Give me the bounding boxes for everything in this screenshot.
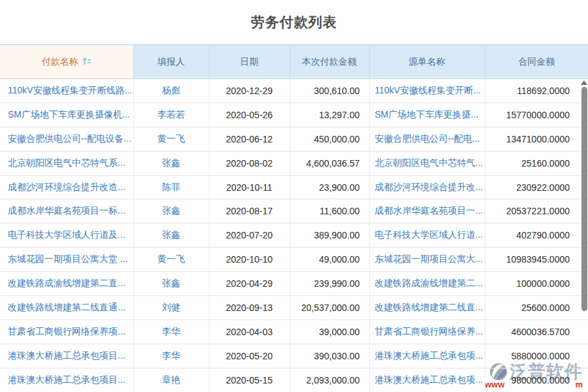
table-row: 港珠澳大桥施工总承包项目... 李华 2020-05-20 390,030.00… — [0, 344, 588, 368]
payment-amount-cell: 4,600,036.57 — [289, 151, 369, 175]
date-cell: 2020-08-17 — [209, 199, 289, 223]
date-cell: 2020-07-20 — [209, 223, 289, 248]
payment-amount-cell: 239,990.00 — [289, 272, 369, 296]
contract-amount-cell: 25160.0000 — [485, 151, 588, 175]
payment-amount-cell: 13,297.00 — [289, 103, 369, 127]
reporter-cell: 李华 — [133, 344, 209, 368]
source-name-link[interactable]: 电子科技大学区域人行道... — [375, 229, 483, 240]
table-row: 改建铁路线增建第二线直通... 刘健 2020-09-13 20,537,000… — [0, 296, 588, 320]
source-name-link[interactable]: 安徽合肥供电公司--配电... — [375, 133, 480, 144]
payment-name-link[interactable]: 安徽合肥供电公司--配电设备... — [8, 133, 131, 144]
source-name-link[interactable]: 东城花园一期项目公寓大... — [375, 253, 483, 264]
table-scrollbar[interactable] — [580, 80, 588, 392]
source-name-link[interactable]: 北京朝阳区电气中芯特气... — [375, 157, 483, 168]
payments-table: 付款名称 填报人 日期 — [0, 44, 588, 392]
contract-amount-cell: 15770000.0000 — [485, 103, 588, 127]
payment-name-link[interactable]: 东城花园一期项目公寓大堂 ... — [8, 253, 128, 264]
labor-payment-list-page: 劳务付款列表 泛普软件 www m — [0, 0, 588, 392]
payment-name-link[interactable]: SM广场地下车库更换摄像机... — [8, 109, 130, 120]
payment-amount-cell: 49,000.00 — [289, 248, 369, 272]
source-name-link[interactable]: 改建铁路成渝线增建第二... — [375, 278, 483, 288]
source-name-link[interactable]: 甘肃省工商银行网络保养... — [375, 326, 483, 336]
payment-amount-cell: 39,000.00 — [289, 319, 369, 344]
reporter-cell: 陈菲 — [133, 175, 209, 199]
table-row: 北京朝阳区电气中芯特气系... 张鑫 2020-08-02 4,600,036.… — [0, 151, 588, 175]
payment-amount-cell: 389,900.00 — [289, 223, 369, 248]
payment-name-link[interactable]: 北京朝阳区电气中芯特气系... — [8, 157, 125, 168]
column-header-date[interactable]: 日期 — [209, 45, 289, 79]
contract-amount-cell: 118692.0000 — [485, 79, 588, 103]
column-header-source-name[interactable]: 源单名称 — [369, 45, 485, 79]
payment-amount-cell: 450,000.00 — [289, 127, 369, 151]
payment-amount-cell: 11,600.00 — [289, 199, 369, 223]
contract-amount-cell: 402790.0000 — [485, 223, 588, 248]
scroll-up-arrow[interactable] — [581, 80, 587, 85]
payment-name-link[interactable]: 改建铁路线增建第二线直通... — [8, 302, 125, 312]
payment-amount-cell: 23,900.00 — [289, 175, 369, 199]
table-row: 安徽合肥供电公司--配电设备... 黄一飞 2020-06-12 450,000… — [0, 127, 588, 151]
table-header: 付款名称 填报人 日期 — [0, 45, 588, 79]
table-row: SM广场地下车库更换摄像机... 李若若 2020-05-26 13,297.0… — [0, 103, 588, 127]
column-header-reporter[interactable]: 填报人 — [133, 45, 209, 79]
payment-name-link[interactable]: 改建铁路成渝线增建第二直... — [8, 278, 125, 288]
payment-amount-cell: 20,537,000.00 — [289, 296, 369, 320]
table-row: 成都水岸华庭名苑项目一标... 张鑫 2020-08-17 11,600.00 … — [0, 199, 588, 223]
source-name-link[interactable]: 港珠澳大桥施工总承包项... — [375, 350, 483, 361]
payment-name-link[interactable]: 成都沙河环境综合提升改造... — [8, 182, 125, 192]
source-name-link[interactable]: 110kV安徽线程集变开断... — [375, 85, 481, 95]
table-row: 改建铁路成渝线增建第二直... 张鑫 2020-04-29 239,990.00… — [0, 272, 588, 296]
date-cell: 2020-04-03 — [209, 319, 289, 344]
table-row: 港珠澳大桥施工总承包项目... 章艳 2020-05-15 2,093,000.… — [0, 368, 588, 392]
contract-amount-cell: 20537221.0000 — [485, 199, 588, 223]
reporter-cell: 杨彪 — [133, 79, 209, 103]
date-cell: 2020-05-15 — [209, 368, 289, 392]
date-cell: 2020-09-13 — [209, 296, 289, 320]
table-row: 电子科技大学区域人行道及... 张鑫 2020-07-20 389,900.00… — [0, 223, 588, 248]
reporter-cell: 张鑫 — [133, 272, 209, 296]
contract-amount-cell: 13471000.0000 — [485, 127, 588, 151]
payment-name-link[interactable]: 港珠澳大桥施工总承包项目... — [8, 350, 125, 361]
date-cell: 2020-04-29 — [209, 272, 289, 296]
payment-name-link[interactable]: 港珠澳大桥施工总承包项目... — [8, 374, 125, 385]
date-cell: 2020-12-29 — [209, 79, 289, 103]
reporter-cell: 李华 — [133, 319, 209, 344]
contract-amount-cell: 5880000.0000 — [485, 344, 588, 368]
payment-amount-cell: 300,610.00 — [289, 79, 369, 103]
reporter-cell: 黄一飞 — [133, 127, 209, 151]
contract-amount-cell: 4600036.5700 — [485, 319, 588, 344]
scrollbar-thumb[interactable] — [581, 87, 587, 311]
table-row: 甘肃省工商银行网络保养项... 李华 2020-04-03 39,000.00 … — [0, 319, 588, 344]
date-cell: 2020-05-26 — [209, 103, 289, 127]
title-bar: 劳务付款列表 — [0, 0, 588, 44]
reporter-cell: 章艳 — [133, 368, 209, 392]
contract-amount-cell: 9800000.0000 — [485, 368, 588, 392]
source-name-link[interactable]: 港珠澳大桥施工总承包项... — [375, 374, 483, 385]
reporter-cell: 李若若 — [133, 103, 209, 127]
contract-amount-cell: 230922.0000 — [485, 175, 588, 199]
source-name-link[interactable]: 成都水岸华庭名苑项目一... — [375, 205, 483, 216]
column-header-contract-amount[interactable]: 合同金额 — [485, 45, 588, 79]
contract-amount-cell: 25600.0000 — [485, 296, 588, 320]
reporter-cell: 刘健 — [133, 296, 209, 320]
payment-amount-cell: 2,093,000.00 — [289, 368, 369, 392]
date-cell: 2020-10-10 — [209, 248, 289, 272]
table-body: 110kV安徽线程集变开断线路... 杨彪 2020-12-29 300,610… — [0, 79, 588, 392]
source-name-link[interactable]: 改建铁路线增建第二线直... — [375, 302, 483, 312]
payment-name-link[interactable]: 110kV安徽线程集变开断线路... — [8, 85, 132, 95]
source-name-link[interactable]: 成都沙河环境综合提升改... — [375, 182, 483, 192]
column-header-payment-name[interactable]: 付款名称 — [0, 45, 133, 79]
source-name-link[interactable]: SM广场地下车库更换摄... — [375, 109, 479, 120]
reporter-cell: 张鑫 — [133, 151, 209, 175]
reporter-cell: 黄一飞 — [133, 248, 209, 272]
payment-name-link[interactable]: 电子科技大学区域人行道及... — [8, 229, 125, 240]
reporter-cell: 张鑫 — [133, 199, 209, 223]
table-row: 成都沙河环境综合提升改造... 陈菲 2020-10-11 23,900.00 … — [0, 175, 588, 199]
table-row: 东城花园一期项目公寓大堂 ... 黄一飞 2020-10-10 49,000.0… — [0, 248, 588, 272]
table-row: 110kV安徽线程集变开断线路... 杨彪 2020-12-29 300,610… — [0, 79, 588, 103]
date-cell: 2020-05-20 — [209, 344, 289, 368]
column-header-payment-amount[interactable]: 本次付款金额 — [289, 45, 369, 79]
sort-icon[interactable] — [82, 57, 91, 66]
payment-name-link[interactable]: 甘肃省工商银行网络保养项... — [8, 326, 125, 336]
date-cell: 2020-10-11 — [209, 175, 289, 199]
payment-name-link[interactable]: 成都水岸华庭名苑项目一标... — [8, 205, 125, 216]
